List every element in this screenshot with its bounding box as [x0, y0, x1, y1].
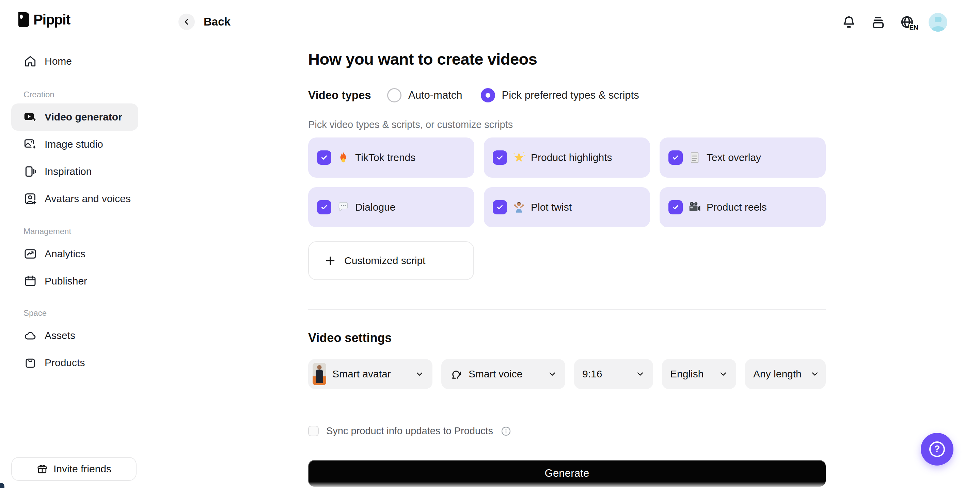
card-text-overlay[interactable]: Text overlay	[660, 138, 826, 177]
sync-checkbox-unchecked[interactable]	[308, 426, 319, 436]
smart-voice-dropdown[interactable]: Smart voice	[441, 359, 565, 389]
sidebar-item-label: Inspiration	[45, 166, 92, 177]
video-generator-icon	[24, 110, 37, 124]
smart-voice-icon	[449, 368, 462, 380]
sidebar-item-home[interactable]: Home	[11, 48, 138, 75]
generate-label: Generate	[545, 467, 589, 480]
radio-auto-match[interactable]: Auto-match	[387, 88, 462, 103]
analytics-icon	[24, 247, 37, 261]
card-label: Plot twist	[531, 201, 572, 213]
checkbox-checked-icon[interactable]	[317, 200, 331, 214]
card-product-reels[interactable]: Product reels	[660, 187, 826, 227]
language-globe-icon[interactable]: EN	[899, 14, 916, 31]
sidebar-section-creation: Creation	[24, 90, 150, 99]
sidebar-item-label: Analytics	[45, 248, 86, 260]
back-button[interactable]: Back	[178, 14, 231, 30]
page-title: How you want to create videos	[308, 50, 537, 68]
video-length-dropdown[interactable]: Any length	[745, 359, 826, 389]
notifications-bell-icon[interactable]	[841, 14, 857, 31]
checkbox-checked-icon[interactable]	[668, 151, 683, 165]
checkbox-checked-icon[interactable]	[493, 151, 507, 165]
plus-icon	[325, 255, 336, 266]
checkbox-checked-icon[interactable]	[317, 151, 331, 165]
movie-camera-emoji-icon	[688, 201, 701, 214]
home-icon	[24, 54, 37, 68]
sidebar-item-label: Publisher	[45, 275, 87, 287]
chevron-down-icon	[415, 369, 424, 379]
header-actions: EN	[841, 13, 947, 32]
image-studio-icon	[24, 138, 37, 151]
gift-icon	[37, 463, 48, 475]
sidebar-item-assets[interactable]: Assets	[11, 322, 138, 349]
sidebar-item-label: Avatars and voices	[45, 193, 131, 204]
shrug-person-emoji-icon	[512, 201, 525, 214]
fire-emoji-icon	[337, 151, 350, 164]
aspect-ratio-value: 9:16	[582, 368, 602, 380]
question-mark-glyph: ?	[934, 444, 940, 454]
smart-avatar-dropdown[interactable]: Smart avatar	[308, 359, 433, 389]
language-value: English	[670, 368, 703, 380]
radio-unselected-icon[interactable]	[387, 88, 401, 103]
sidebar-item-avatars-and-voices[interactable]: Avatars and voices	[11, 185, 138, 212]
video-settings-title: Video settings	[308, 331, 391, 345]
page-emoji-icon	[688, 151, 701, 164]
sidebar-item-label: Video generator	[45, 111, 122, 123]
chevron-down-icon	[635, 369, 645, 379]
help-button[interactable]: ?	[921, 433, 953, 466]
language-dropdown[interactable]: English	[662, 359, 736, 389]
generate-button[interactable]: Generate	[308, 460, 826, 486]
user-avatar[interactable]	[929, 13, 947, 32]
invite-friends-label: Invite friends	[54, 463, 111, 475]
sidebar-item-inspiration[interactable]: Inspiration	[11, 158, 138, 185]
video-types-row: Video types Auto-match Pick preferred ty…	[308, 86, 639, 104]
speech-bubble-emoji-icon	[337, 201, 350, 214]
sidebar-item-label: Image studio	[45, 138, 103, 150]
sidebar-item-analytics[interactable]: Analytics	[11, 240, 138, 268]
back-circle[interactable]	[178, 14, 195, 30]
brand-name: Pippit	[33, 11, 70, 28]
card-label: TikTok trends	[355, 152, 415, 163]
card-plot-twist[interactable]: Plot twist	[484, 187, 650, 227]
smart-voice-label: Smart voice	[469, 368, 522, 380]
card-tiktok-trends[interactable]: TikTok trends	[308, 138, 474, 177]
video-settings-dropdowns: Smart avatar Smart voice 9:16	[308, 359, 826, 389]
card-label: Product reels	[706, 201, 767, 213]
avatar-silhouette-body	[932, 26, 945, 32]
workspace-stack-icon[interactable]	[870, 14, 886, 31]
pippit-app: Pippit Back EN	[0, 0, 980, 488]
card-label: Text overlay	[706, 152, 761, 163]
video-types-hint: Pick video types & scripts, or customize…	[308, 119, 513, 130]
sidebar-item-label: Home	[45, 55, 72, 67]
avatar-silhouette-head	[935, 17, 942, 22]
glowing-star-emoji-icon	[512, 151, 525, 164]
sidebar-section-space: Space	[24, 308, 150, 318]
publisher-calendar-icon	[24, 274, 37, 288]
checkbox-checked-icon[interactable]	[668, 200, 683, 214]
chevron-down-icon	[810, 369, 819, 379]
question-mark-icon: ?	[929, 441, 945, 457]
sidebar-item-video-generator[interactable]: Video generator	[11, 103, 138, 131]
main-content: How you want to create videos Video type…	[308, 0, 826, 488]
customized-script-label: Customized script	[344, 255, 425, 266]
card-dialogue[interactable]: Dialogue	[308, 187, 474, 227]
video-type-cards: TikTok trends Product highlights	[308, 138, 826, 227]
sync-label: Sync product info updates to Products	[326, 425, 493, 437]
invite-friends-button[interactable]: Invite friends	[11, 457, 137, 481]
checkbox-checked-icon[interactable]	[493, 200, 507, 214]
sidebar-item-image-studio[interactable]: Image studio	[11, 131, 138, 158]
back-label: Back	[204, 15, 231, 28]
customized-script-button[interactable]: Customized script	[308, 241, 474, 280]
avatars-and-voices-icon	[24, 192, 37, 206]
sidebar-item-publisher[interactable]: Publisher	[11, 268, 138, 295]
card-product-highlights[interactable]: Product highlights	[484, 138, 650, 177]
chevron-down-icon	[719, 369, 728, 379]
sidebar-item-products[interactable]: Products	[11, 349, 138, 376]
pippit-logo-icon	[16, 12, 30, 28]
info-icon[interactable]	[501, 426, 511, 437]
sidebar-section-management: Management	[24, 227, 150, 236]
radio-pick-preferred[interactable]: Pick preferred types & scripts	[481, 88, 639, 103]
smart-avatar-label: Smart avatar	[332, 368, 391, 380]
radio-selected-icon[interactable]	[481, 88, 495, 103]
pippit-logo[interactable]: Pippit	[16, 11, 70, 28]
aspect-ratio-dropdown[interactable]: 9:16	[574, 359, 653, 389]
